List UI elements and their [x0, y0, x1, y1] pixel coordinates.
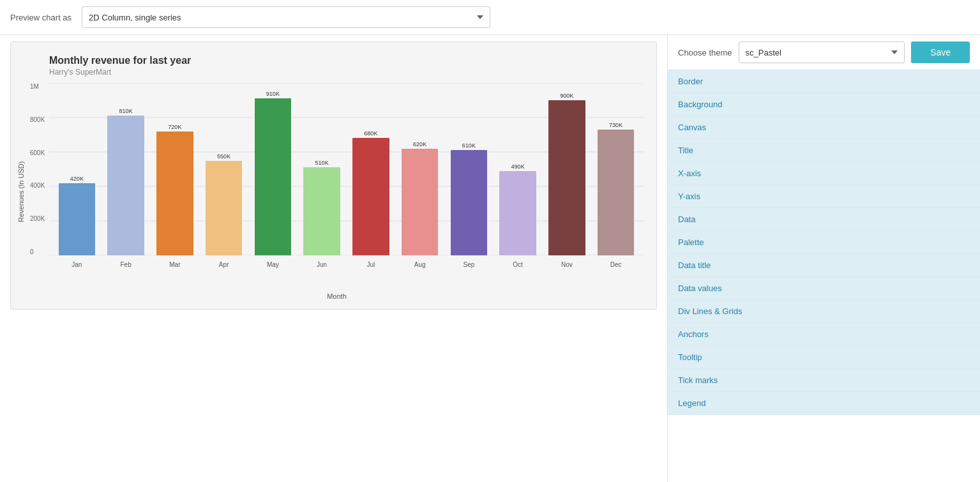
bar: [59, 183, 96, 255]
y-axis-label: Revenues (In USD): [17, 83, 30, 300]
chart-title: Monthly revenue for last year: [49, 55, 644, 66]
bar-value-label: 680K: [364, 130, 377, 137]
chart-type-select[interactable]: 2D Column, single series: [82, 6, 490, 28]
accordion-item: Legend: [668, 392, 980, 415]
bar-col: 810KFeb: [102, 83, 151, 255]
theme-row: Choose theme sc_Pastel Save: [668, 35, 980, 70]
bar-month-label: Mar: [169, 261, 180, 268]
accordion-header-tick-marks[interactable]: Tick marks: [668, 369, 980, 391]
right-panel: Choose theme sc_Pastel Save BorderBackgr…: [667, 35, 980, 482]
accordion-item: Y-axis: [668, 185, 980, 208]
bar-month-label: Oct: [513, 261, 523, 268]
bar-value-label: 900K: [560, 93, 573, 99]
accordion-container: BorderBackgroundCanvasTitleX-axisY-axisD…: [668, 70, 980, 415]
accordion-header-data[interactable]: Data: [668, 208, 980, 230]
accordion-header-palette[interactable]: Palette: [668, 231, 980, 253]
bar-month-label: May: [267, 261, 279, 268]
bar: [107, 116, 144, 255]
bar: [402, 149, 439, 255]
y-label-600k: 600K: [30, 149, 49, 156]
bar-value-label: 550K: [217, 153, 230, 160]
bar-value-label: 720K: [168, 124, 181, 130]
accordion-header-anchors[interactable]: Anchors: [668, 323, 980, 345]
bar-month-label: Jan: [72, 261, 82, 268]
bar-col: 610KSep: [444, 83, 494, 255]
bar-col: 680KJul: [347, 83, 396, 255]
bar-col: 510KJun: [298, 83, 347, 255]
bar-col: 730KDec: [591, 83, 640, 255]
bar-col: 490KOct: [494, 83, 543, 255]
x-axis-label: Month: [30, 275, 644, 300]
bar-month-label: Nov: [561, 261, 573, 268]
accordion-item: Data title: [668, 254, 980, 277]
accordion-header-legend[interactable]: Legend: [668, 392, 980, 414]
bar: [598, 130, 635, 255]
accordion-header-title[interactable]: Title: [668, 139, 980, 162]
y-label-400k: 400K: [30, 182, 49, 189]
bar-month-label: Apr: [219, 261, 229, 268]
preview-label: Preview chart as: [10, 13, 72, 22]
theme-label: Choose theme: [678, 48, 732, 57]
bar-col: 620KAug: [395, 83, 444, 255]
accordion-item: Tooltip: [668, 346, 980, 369]
bar-value-label: 420K: [70, 176, 84, 182]
accordion-header-y-axis[interactable]: Y-axis: [668, 185, 980, 207]
accordion-header-tooltip[interactable]: Tooltip: [668, 346, 980, 368]
chart-subtitle: Harry's SuperMart: [49, 68, 644, 77]
bar-month-label: Dec: [610, 261, 622, 268]
bar-value-label: 730K: [609, 122, 622, 128]
accordion-item: X-axis: [668, 162, 980, 185]
chart-plot: 1M 800K 600K 400K 200K 0 420KJan810KFeb7…: [30, 83, 644, 275]
bar: [548, 100, 585, 255]
bar: [303, 167, 340, 255]
bars-area: 420KJan810KFeb720KMar550KApr910KMay510KJ…: [49, 83, 644, 255]
accordion-header-background[interactable]: Background: [668, 93, 980, 116]
save-button[interactable]: Save: [911, 41, 970, 63]
bar-value-label: 620K: [413, 141, 426, 147]
bar: [156, 132, 193, 255]
bar-col: 910KMay: [248, 83, 298, 255]
accordion-header-div-lines-&-grids[interactable]: Div Lines & Grids: [668, 300, 980, 322]
y-label-0: 0: [30, 248, 49, 255]
bar: [206, 161, 243, 256]
bar-value-label: 610K: [462, 142, 476, 149]
accordion-item: Data values: [668, 277, 980, 300]
accordion-header-data-title[interactable]: Data title: [668, 254, 980, 276]
bar-month-label: Jul: [366, 261, 375, 268]
y-label-200k: 200K: [30, 215, 49, 222]
bar-value-label: 910K: [266, 91, 280, 97]
accordion-item: Canvas: [668, 116, 980, 139]
accordion-header-data-values[interactable]: Data values: [668, 277, 980, 299]
accordion-item: Anchors: [668, 323, 980, 346]
bar-value-label: 810K: [119, 108, 133, 114]
top-bar: Preview chart as 2D Column, single serie…: [0, 0, 980, 35]
bar: [352, 138, 389, 255]
bar-col: 550KApr: [199, 83, 248, 255]
bar-value-label: 490K: [511, 163, 525, 170]
bar-col: 720KMar: [151, 83, 200, 255]
accordion-item: Div Lines & Grids: [668, 300, 980, 323]
accordion-item: Tick marks: [668, 369, 980, 392]
bar: [451, 150, 488, 255]
accordion-item: Data: [668, 208, 980, 231]
bar: [499, 171, 536, 255]
accordion-header-x-axis[interactable]: X-axis: [668, 162, 980, 185]
bar: [255, 98, 292, 255]
main-layout: Monthly revenue for last year Harry's Su…: [0, 35, 980, 482]
bar-col: 900KNov: [543, 83, 592, 255]
chart-body: Revenues (In USD): [17, 83, 644, 300]
bar-month-label: Jun: [317, 261, 327, 268]
y-label-800k: 800K: [30, 116, 49, 123]
chart-container: Monthly revenue for last year Harry's Su…: [10, 41, 657, 310]
accordion-header-canvas[interactable]: Canvas: [668, 116, 980, 139]
bar-value-label: 510K: [315, 160, 329, 166]
y-label-1m: 1M: [30, 83, 49, 90]
accordion-item: Background: [668, 93, 980, 116]
accordion-item: Border: [668, 70, 980, 93]
accordion-header-border[interactable]: Border: [668, 70, 980, 93]
theme-select[interactable]: sc_Pastel: [739, 41, 905, 63]
chart-panel: Monthly revenue for last year Harry's Su…: [0, 35, 667, 482]
bar-month-label: Aug: [414, 261, 426, 268]
accordion-item: Title: [668, 139, 980, 162]
accordion-item: Palette: [668, 231, 980, 254]
